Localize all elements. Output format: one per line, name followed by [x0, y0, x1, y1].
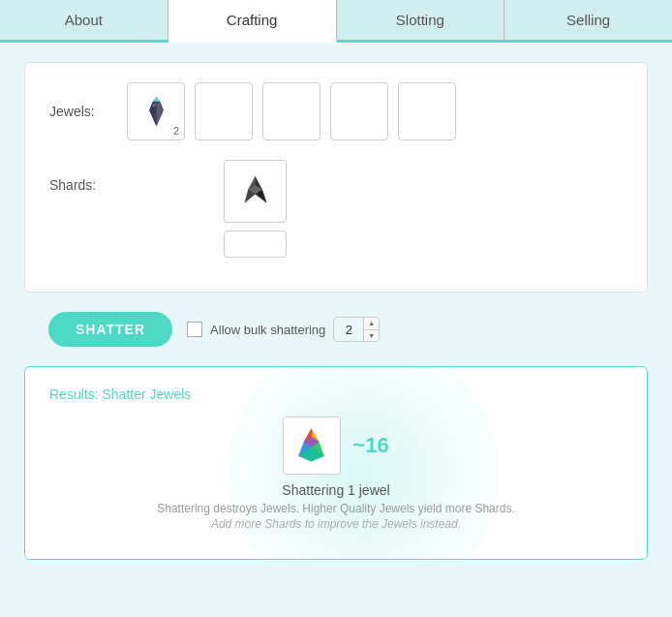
jewel-slot-5[interactable]: [398, 82, 456, 140]
bulk-down[interactable]: ▼: [364, 330, 379, 343]
results-panel: Results: Shatter Jewels: [24, 366, 648, 560]
jewel-slot-3[interactable]: [262, 82, 321, 140]
shards-col: ▲ ▼: [224, 160, 287, 258]
action-row: SHATTER Allow bulk shattering 2 ▲ ▼: [24, 312, 648, 347]
shard-slot[interactable]: [224, 160, 287, 223]
bulk-checkbox[interactable]: [187, 322, 202, 337]
jewel-slot-1[interactable]: 2: [127, 82, 185, 140]
results-body: ~16 Shattering 1 jewel Shattering destro…: [49, 416, 623, 531]
jewel-slot-4[interactable]: [330, 82, 388, 140]
result-note1: Shattering destroys Jewels. Higher Quali…: [157, 502, 515, 515]
shard-icon: [236, 172, 275, 211]
shards-row: Shards:: [49, 155, 623, 258]
bulk-spinner[interactable]: 2 ▲ ▼: [333, 317, 380, 342]
tab-slotting[interactable]: Slotting: [337, 0, 505, 40]
bulk-up[interactable]: ▲: [364, 317, 379, 330]
shards-spinner[interactable]: ▲ ▼: [224, 231, 287, 258]
bulk-arrows: ▲ ▼: [363, 317, 379, 342]
results-title: Results: Shatter Jewels: [49, 386, 623, 402]
result-note2: Add more Shards to improve the Jewels in…: [211, 517, 461, 531]
jewels-row: Jewels: 2: [49, 82, 623, 140]
jewel-slot-2[interactable]: [195, 82, 253, 140]
bulk-value: 2: [334, 323, 363, 337]
svg-marker-3: [156, 102, 163, 126]
result-count: ~16: [352, 433, 388, 458]
result-item-row: ~16: [283, 416, 388, 475]
tab-crafting[interactable]: Crafting: [168, 0, 337, 43]
result-shard-icon: [291, 425, 332, 466]
shards-value[interactable]: [225, 236, 287, 252]
app-container: About Crafting Slotting Selling Jewels:: [0, 0, 672, 617]
tab-bar: About Crafting Slotting Selling: [0, 0, 672, 43]
main-content: Jewels: 2: [0, 43, 672, 579]
shatter-button[interactable]: SHATTER: [48, 312, 172, 347]
result-desc: Shattering 1 jewel: [282, 482, 389, 498]
crafting-panel: Jewels: 2: [24, 62, 648, 293]
jewel-slots: 2: [127, 82, 456, 140]
result-slot: [283, 416, 341, 475]
bulk-label-text: Allow bulk shattering: [210, 323, 325, 337]
jewel-count: 2: [173, 125, 179, 137]
jewels-label: Jewels:: [49, 104, 127, 119]
shards-label: Shards:: [49, 160, 127, 193]
jewel-gem-icon: [139, 95, 173, 129]
tab-about[interactable]: About: [0, 0, 168, 40]
bulk-label: Allow bulk shattering 2 ▲ ▼: [187, 317, 380, 342]
tab-selling[interactable]: Selling: [504, 0, 672, 40]
